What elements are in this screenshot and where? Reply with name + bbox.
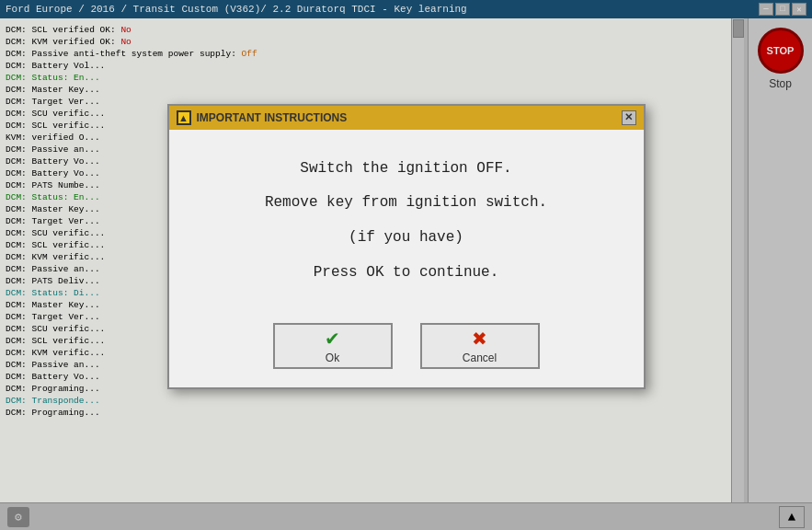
cancel-label: Cancel	[463, 351, 497, 364]
ok-icon: ✔	[325, 328, 340, 350]
message-line-2: Remove key from ignition switch.	[206, 191, 607, 215]
cancel-icon: ✖	[472, 328, 487, 350]
dialog-body: Switch the ignition OFF. Remove key from…	[169, 130, 644, 314]
dialog-titlebar: ▲ IMPORTANT INSTRUCTIONS ✕	[169, 106, 644, 130]
ok-label: Ok	[326, 351, 339, 364]
cancel-button[interactable]: ✖ Cancel	[420, 323, 540, 369]
dialog-buttons: ✔ Ok ✖ Cancel	[169, 314, 644, 387]
ok-button[interactable]: ✔ Ok	[273, 323, 393, 369]
warning-icon: ▲	[177, 110, 191, 125]
dialog-title-left: ▲ IMPORTANT INSTRUCTIONS	[177, 110, 348, 125]
important-instructions-dialog: ▲ IMPORTANT INSTRUCTIONS ✕ Switch the ig…	[167, 104, 646, 389]
message-line-3: (if you have)	[206, 226, 607, 250]
dialog-message: Switch the ignition OFF. Remove key from…	[206, 157, 607, 284]
message-line-4: Press OK to continue.	[206, 261, 607, 285]
dialog-title: IMPORTANT INSTRUCTIONS	[197, 111, 348, 124]
dialog-close-button[interactable]: ✕	[622, 110, 636, 125]
message-line-1: Switch the ignition OFF.	[206, 157, 607, 181]
modal-overlay: ▲ IMPORTANT INSTRUCTIONS ✕ Switch the ig…	[0, 0, 812, 530]
